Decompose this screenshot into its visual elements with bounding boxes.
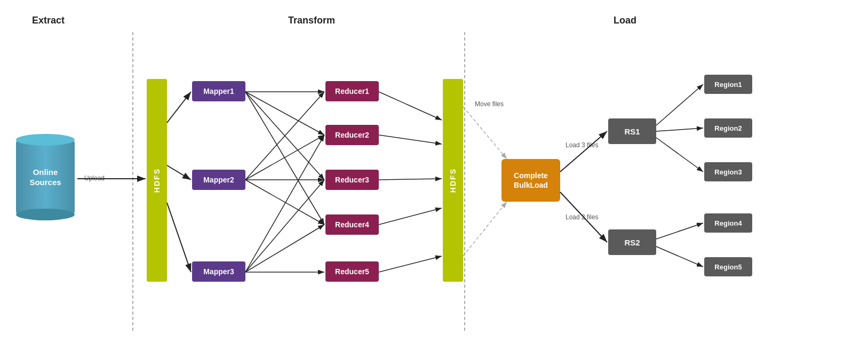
svg-line-14 xyxy=(245,135,324,272)
svg-line-29 xyxy=(656,138,703,172)
reducer3-box: Reducer3 xyxy=(325,170,379,190)
svg-line-4 xyxy=(167,165,191,180)
rs1-box: RS1 xyxy=(608,118,656,144)
svg-line-13 xyxy=(245,180,324,225)
svg-line-24 xyxy=(463,202,507,256)
mapper3-box: Mapper3 xyxy=(192,261,245,282)
cylinder-body: OnlineSources xyxy=(16,140,75,214)
cylinder-bottom xyxy=(16,209,75,220)
svg-line-21 xyxy=(379,208,442,225)
svg-line-27 xyxy=(656,84,703,125)
region1-box: Region1 xyxy=(704,75,752,94)
cylinder-label: OnlineSources xyxy=(29,167,61,188)
svg-line-28 xyxy=(656,128,703,131)
divider-transform-load xyxy=(464,32,465,331)
svg-line-22 xyxy=(379,256,442,272)
bulkload-box: CompleteBulkLoad xyxy=(501,159,560,202)
svg-line-11 xyxy=(245,135,324,180)
svg-line-31 xyxy=(656,246,703,267)
hdfs-bar-2: HDFS xyxy=(443,79,463,282)
hdfs-label-2: HDFS xyxy=(449,168,457,193)
hdfs-label-1: HDFS xyxy=(153,168,161,193)
svg-line-20 xyxy=(379,179,442,180)
transform-label: Transform xyxy=(288,15,335,26)
move-files-label: Move files xyxy=(475,100,504,108)
svg-line-5 xyxy=(167,203,191,272)
upload-label: Upload xyxy=(84,174,105,182)
reducer2-box: Reducer2 xyxy=(325,125,379,145)
svg-line-3 xyxy=(167,92,191,123)
reducer4-box: Reducer4 xyxy=(325,214,379,235)
svg-line-9 xyxy=(245,92,324,225)
region3-box: Region3 xyxy=(704,162,752,181)
cylinder-top xyxy=(16,134,75,146)
svg-line-8 xyxy=(245,92,324,180)
rs2-box: RS2 xyxy=(608,229,656,255)
svg-line-19 xyxy=(379,135,442,144)
region2-box: Region2 xyxy=(704,118,752,138)
svg-line-16 xyxy=(245,225,324,272)
svg-line-18 xyxy=(379,92,442,120)
divider-extract-transform xyxy=(132,32,133,331)
hdfs-bar-1: HDFS xyxy=(147,79,167,282)
bulkload-label: CompleteBulkLoad xyxy=(514,171,548,190)
extract-label: Extract xyxy=(32,15,65,26)
online-sources-cylinder: OnlineSources xyxy=(16,128,75,226)
svg-line-7 xyxy=(245,92,324,135)
svg-line-10 xyxy=(245,92,324,180)
region4-box: Region4 xyxy=(704,213,752,233)
reducer5-box: Reducer5 xyxy=(325,261,379,282)
mapper2-box: Mapper2 xyxy=(192,170,245,190)
mapper1-box: Mapper1 xyxy=(192,81,245,101)
svg-line-25 xyxy=(560,131,607,172)
svg-line-15 xyxy=(245,180,324,272)
svg-line-23 xyxy=(463,107,507,159)
svg-line-30 xyxy=(656,223,703,239)
load-3-files-label: Load 3 files xyxy=(566,141,598,149)
load-2-files-label: Load 2 files xyxy=(566,213,598,221)
load-label: Load xyxy=(614,15,636,26)
diagram-container: { "sections": { "extract_label": "Extrac… xyxy=(0,0,868,358)
region5-box: Region5 xyxy=(704,257,752,276)
reducer1-box: Reducer1 xyxy=(325,81,379,101)
